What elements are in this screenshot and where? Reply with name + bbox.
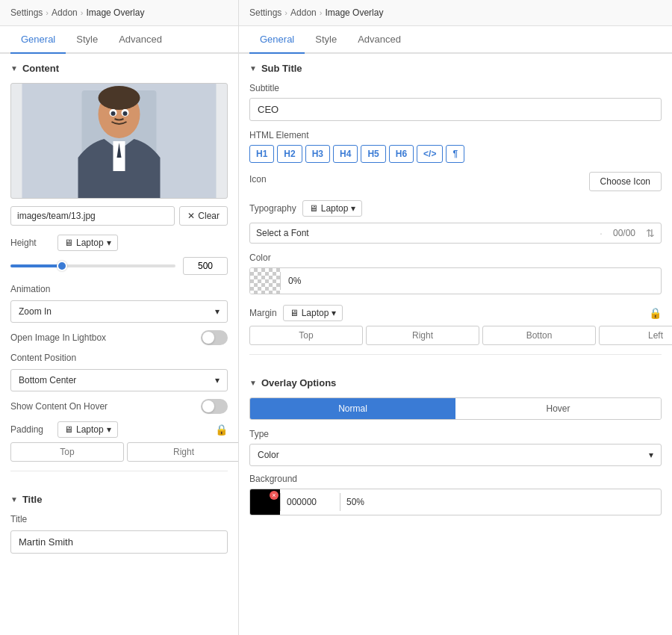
lightbox-toggle-knob [202, 332, 214, 344]
tab-general-right[interactable]: General [249, 26, 305, 54]
font-adjust-icon[interactable]: ⇅ [646, 227, 655, 239]
overlay-collapse-icon[interactable]: ▼ [249, 379, 257, 387]
tab-advanced-left[interactable]: Advanced [108, 26, 172, 54]
left-panel: Settings › Addon › Image Overlay General… [0, 0, 239, 635]
bg-opacity-input[interactable] [340, 493, 661, 511]
html-btn-h4[interactable]: H4 [333, 145, 358, 163]
right-tabs: General Style Advanced [239, 26, 672, 54]
breadcrumb-addon[interactable]: Addon [52, 7, 78, 18]
html-btn-code[interactable]: </> [417, 145, 443, 163]
type-dropdown[interactable]: Color ▾ [249, 444, 662, 466]
padding-top-input[interactable] [10, 442, 124, 462]
clear-button-label: Clear [198, 211, 220, 221]
r-breadcrumb-sep2: › [320, 8, 323, 17]
image-container[interactable] [10, 83, 228, 199]
clear-button[interactable]: ✕ Clear [179, 206, 228, 226]
content-position-label-row: Content Position [10, 353, 228, 363]
html-btn-h6[interactable]: H6 [389, 145, 414, 163]
html-btn-h1[interactable]: H1 [249, 145, 274, 163]
image-path-row: ✕ Clear [10, 206, 228, 226]
overlay-tab-group: Normal Hover [249, 397, 662, 420]
html-btn-h2[interactable]: H2 [277, 145, 302, 163]
color-swatch[interactable] [250, 268, 280, 294]
overlay-section-label: Overlay Options [261, 377, 336, 388]
subtitle-section-label: Sub Title [261, 63, 302, 74]
margin-device-label: Laptop [302, 308, 329, 318]
choose-icon-button[interactable]: Choose Icon [589, 172, 662, 191]
r-breadcrumb-addon[interactable]: Addon [290, 7, 317, 18]
height-row: Height 🖥 Laptop ▾ [10, 235, 228, 251]
padding-right-input[interactable] [127, 442, 239, 462]
padding-device-dropdown[interactable]: 🖥 Laptop ▾ [57, 421, 118, 438]
tab-advanced-right[interactable]: Advanced [347, 26, 411, 54]
svg-point-3 [99, 86, 140, 110]
lightbox-toggle[interactable] [201, 330, 228, 345]
height-device-dropdown[interactable]: 🖥 Laptop ▾ [57, 235, 118, 251]
subtitle-input[interactable] [249, 98, 662, 121]
font-sep: · [600, 227, 603, 239]
tab-style-left[interactable]: Style [66, 26, 108, 54]
breadcrumb-image-overlay: Image Overlay [86, 7, 144, 18]
html-btn-h5[interactable]: H5 [361, 145, 385, 163]
breadcrumb-sep2: › [81, 8, 84, 17]
bg-color-swatch[interactable]: × [250, 489, 280, 515]
show-hover-label: Show Content On Hover [10, 401, 108, 412]
content-position-dropdown[interactable]: Bottom Center ▾ [10, 369, 228, 391]
overlay-tab-normal[interactable]: Normal [250, 398, 455, 419]
subtitle-field-label: Subtitle [249, 83, 662, 93]
padding-label: Padding [10, 424, 52, 435]
slider-row [10, 257, 228, 275]
remove-color-icon[interactable]: × [270, 491, 279, 500]
height-device-label: Laptop [76, 238, 104, 248]
title-input[interactable] [10, 530, 228, 554]
overlay-section-header: ▼ Overlay Options [249, 377, 662, 388]
tab-general-left[interactable]: General [10, 26, 66, 54]
title-section: ▼ Title Title [0, 485, 238, 572]
icon-row: Icon Choose Icon [249, 172, 662, 191]
r-breadcrumb-settings[interactable]: Settings [249, 7, 281, 18]
background-label: Background [249, 474, 662, 484]
svg-point-8 [111, 111, 116, 116]
content-section: ▼ Content [0, 54, 238, 485]
html-buttons-group: H1 H2 H3 H4 H5 H6 </> ¶ [249, 145, 662, 163]
subtitle-collapse-icon[interactable]: ▼ [249, 64, 257, 72]
animation-label: Animation [10, 284, 52, 294]
color-opacity-input[interactable] [280, 272, 661, 290]
height-dropdown-chevron: ▾ [107, 238, 111, 248]
left-tabs: General Style Advanced [0, 26, 238, 54]
slider-thumb[interactable] [57, 261, 67, 271]
margin-device-dropdown[interactable]: 🖥 Laptop ▾ [283, 305, 343, 321]
person-image [11, 83, 227, 199]
show-hover-toggle[interactable] [201, 399, 228, 414]
height-value-input[interactable] [183, 257, 228, 275]
padding-row: Padding 🖥 Laptop ▾ 🔒 [10, 421, 228, 438]
font-select-placeholder[interactable]: Select a Font [256, 228, 597, 238]
typography-label: Typography [249, 203, 296, 214]
content-collapse-icon[interactable]: ▼ [10, 64, 18, 72]
image-path-input[interactable] [10, 206, 175, 226]
bg-hex-input[interactable] [280, 493, 340, 511]
html-btn-h3[interactable]: H3 [305, 145, 330, 163]
padding-monitor-icon: 🖥 [64, 424, 73, 435]
content-section-header: ▼ Content [10, 63, 228, 74]
typography-row: Typography 🖥 Laptop ▾ [249, 200, 662, 217]
slider-fill [10, 264, 60, 267]
typography-device-dropdown[interactable]: 🖥 Laptop ▾ [302, 200, 363, 217]
font-row: Select a Font · ⇅ [249, 223, 662, 244]
tab-style-right[interactable]: Style [305, 26, 347, 54]
margin-bottom-input[interactable] [482, 326, 596, 345]
margin-right-input[interactable] [366, 326, 479, 345]
font-size-input[interactable] [606, 228, 643, 238]
slider-track[interactable] [10, 264, 175, 267]
type-label: Type [249, 429, 662, 439]
breadcrumb-settings[interactable]: Settings [10, 7, 43, 18]
html-btn-para[interactable]: ¶ [446, 145, 464, 163]
show-hover-toggle-row: Show Content On Hover [10, 399, 228, 414]
animation-dropdown[interactable]: Zoom In ▾ [10, 300, 228, 323]
padding-lock-icon[interactable]: 🔒 [215, 424, 228, 436]
margin-lock-icon[interactable]: 🔒 [649, 307, 662, 319]
overlay-tab-hover[interactable]: Hover [455, 398, 661, 419]
margin-left-input[interactable] [599, 326, 672, 345]
title-collapse-icon[interactable]: ▼ [10, 495, 18, 504]
margin-top-input[interactable] [249, 326, 363, 345]
